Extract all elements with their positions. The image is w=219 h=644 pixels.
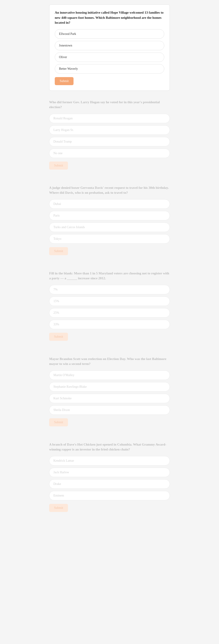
submit-button-q3: Submit [49, 247, 68, 255]
quiz-section-q6: A branch of Dave's Hot Chicken just open… [49, 442, 170, 512]
option-q6-2: Drake [49, 479, 170, 489]
option-q1-0[interactable]: Ellwood Park [55, 29, 164, 39]
option-q3-2: Turks and Caicos Islands [49, 222, 170, 232]
option-q6-1: Jack Harlow [49, 468, 170, 477]
option-q4-1: 15% [49, 296, 170, 306]
option-q2-0: Ronald Reagan [49, 114, 170, 123]
option-q5-2: Kurt Schmoke [49, 394, 170, 403]
submit-button-q6: Submit [49, 504, 68, 512]
submit-button-q1[interactable]: Submit [55, 77, 74, 85]
option-q1-2[interactable]: Oliver [55, 52, 164, 62]
option-q6-0: Kendrick Lamar [49, 456, 170, 466]
option-q2-1: Larry Hogan Sr. [49, 125, 170, 135]
question-text-q4: Fill in the blank: More than 1 in 5 Mary… [49, 271, 170, 281]
option-q3-3: Tokyo [49, 234, 170, 244]
quiz-section-q2: Who did former Gov. Larry Hogan say he v… [49, 100, 170, 170]
question-text-q1: An innovative housing initiative called … [55, 10, 164, 25]
option-q5-3: Sheila Dixon [49, 405, 170, 415]
divider-1 [49, 178, 170, 185]
question-text-q2: Who did former Gov. Larry Hogan say he v… [49, 100, 170, 110]
option-q4-3: 33% [49, 320, 170, 329]
option-q2-2: Donald Trump [49, 137, 170, 146]
divider-4 [49, 435, 170, 442]
quiz-section-q3: A judge denied boxer Gervonta Davis' rec… [49, 185, 170, 255]
page-container: An innovative housing initiative called … [49, 0, 170, 525]
submit-button-q4: Submit [49, 333, 68, 341]
option-q4-2: 25% [49, 308, 170, 318]
question-text-q5: Mayor Brandon Scott won reelection on El… [49, 356, 170, 366]
option-q3-1: Paris [49, 211, 170, 220]
option-q1-1[interactable]: Jonestown [55, 41, 164, 50]
divider-2 [49, 264, 170, 271]
option-q6-3: Eminem [49, 491, 170, 500]
option-q4-0: 7% [49, 285, 170, 294]
submit-button-q5: Submit [49, 418, 68, 426]
option-q3-0: Dubai [49, 199, 170, 209]
question-text-q6: A branch of Dave's Hot Chicken just open… [49, 442, 170, 452]
quiz-section-q5: Mayor Brandon Scott won reelection on El… [49, 356, 170, 426]
submit-button-q2: Submit [49, 162, 68, 170]
question-text-q3: A judge denied boxer Gervonta Davis' rec… [49, 185, 170, 195]
quiz-card-q1: An innovative housing initiative called … [49, 4, 170, 91]
option-q1-3[interactable]: Better Waverly [55, 64, 164, 74]
quiz-section-q4: Fill in the blank: More than 1 in 5 Mary… [49, 271, 170, 341]
option-q5-0: Martin O'Malley [49, 370, 170, 380]
option-q5-1: Stephanie Rawlings-Blake [49, 382, 170, 392]
divider-3 [49, 350, 170, 356]
option-q2-3: No one [49, 148, 170, 158]
